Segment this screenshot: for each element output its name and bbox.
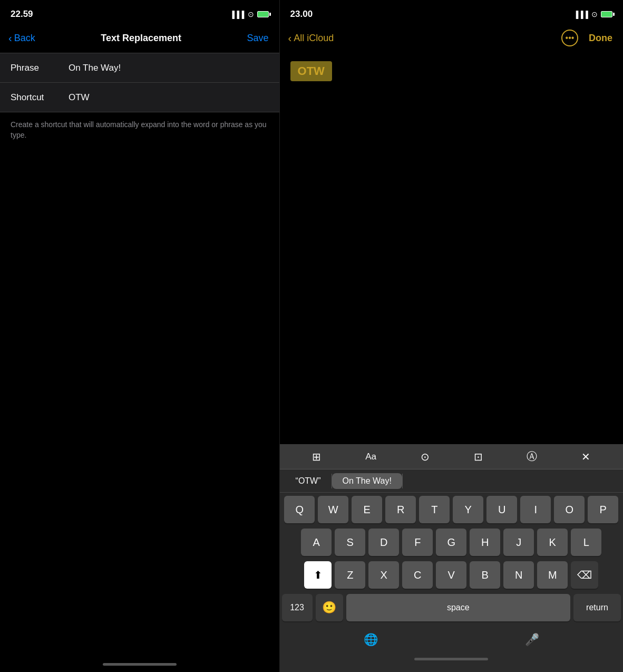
key-a[interactable]: A [301, 529, 332, 556]
phrase-row[interactable]: Phrase On The Way! [0, 53, 279, 83]
battery-icon-left [257, 11, 269, 17]
table-icon[interactable]: ⊞ [312, 450, 321, 463]
key-l[interactable]: L [571, 529, 601, 556]
key-k[interactable]: K [537, 529, 568, 556]
shift-key[interactable]: ⬆ [304, 561, 332, 589]
home-bar-right [414, 658, 488, 660]
emoji-key[interactable]: 🙂 [316, 594, 343, 621]
status-bar-left: 22.59 ▐▐▐ ⊙ [0, 0, 279, 26]
battery-icon-right [601, 11, 612, 17]
page-title: Text Replacement [101, 33, 181, 44]
shortcut-label: Shortcut [11, 92, 69, 103]
key-t[interactable]: T [419, 496, 450, 523]
key-e[interactable]: E [352, 496, 382, 523]
autocomplete-item-2[interactable]: On The Way! [332, 473, 402, 489]
autocomplete-item-1[interactable]: “OTW” [285, 473, 332, 489]
autocomplete-divider-2 [402, 474, 403, 488]
nav-right-icons: ••• Done [561, 30, 612, 46]
time-right: 23.00 [290, 9, 313, 20]
globe-icon[interactable]: 🌐 [364, 633, 378, 647]
ellipsis-icon: ••• [566, 33, 575, 43]
all-icloud-label: All iCloud [294, 33, 334, 44]
signal-icon-left: ▐▐▐ [230, 11, 245, 18]
keyboard-rows: Q W E R T Y U I O P A S D F G H J K [280, 493, 623, 629]
key-s[interactable]: S [335, 529, 365, 556]
back-button[interactable]: ‹ Back [8, 32, 35, 44]
status-icons-right: ▐▐▐ ⊙ [573, 10, 612, 18]
wifi-icon-left: ⊙ [248, 10, 254, 18]
key-row-1: Q W E R T Y U I O P [282, 496, 621, 523]
camera-icon[interactable]: ⊡ [474, 450, 483, 463]
key-i[interactable]: I [520, 496, 551, 523]
key-d[interactable]: D [368, 529, 399, 556]
otw-text: OTW [290, 61, 332, 81]
notes-content: OTW [280, 53, 623, 444]
key-f[interactable]: F [402, 529, 433, 556]
home-indicator-right [280, 651, 623, 667]
key-q[interactable]: Q [284, 496, 315, 523]
space-key[interactable]: space [346, 594, 570, 621]
signal-icon-right: ▐▐▐ [573, 11, 588, 18]
key-row-3: ⬆ Z X C V B N M ⌫ [282, 561, 621, 589]
back-label: Back [14, 33, 35, 44]
bottom-bar: 🌐 🎤 [280, 629, 623, 651]
nav-bar-right: ‹ All iCloud ••• Done [280, 26, 623, 53]
key-r[interactable]: R [385, 496, 416, 523]
key-c[interactable]: C [402, 561, 433, 589]
keyboard-area: ⊞ Aa ⊙ ⊡ Ⓐ ✕ “OTW” On The Way! Q W E R T… [280, 444, 623, 672]
key-j[interactable]: J [503, 529, 534, 556]
hint-text: Create a shortcut that will automaticall… [0, 112, 279, 148]
accessibility-icon[interactable]: Ⓐ [527, 449, 537, 464]
keyboard-toolbar: ⊞ Aa ⊙ ⊡ Ⓐ ✕ [280, 444, 623, 469]
microphone-icon[interactable]: 🎤 [525, 633, 539, 647]
key-u[interactable]: U [486, 496, 517, 523]
left-panel: 22.59 ▐▐▐ ⊙ ‹ Back Text Replacement Save… [0, 0, 279, 672]
key-p[interactable]: P [588, 496, 618, 523]
key-m[interactable]: M [537, 561, 568, 589]
key-row-4: 123 🙂 space return [282, 594, 621, 621]
nav-bar-left: ‹ Back Text Replacement Save [0, 26, 279, 53]
time-left: 22.59 [11, 9, 33, 20]
home-bar-left [103, 663, 177, 666]
key-n[interactable]: N [503, 561, 534, 589]
back-chevron-icon: ‹ [8, 32, 12, 44]
status-bar-right: 23.00 ▐▐▐ ⊙ [280, 0, 623, 26]
close-icon[interactable]: ✕ [581, 450, 590, 463]
right-panel: 23.00 ▐▐▐ ⊙ ‹ All iCloud ••• Done OTW ⊞ … [280, 0, 623, 672]
shortcut-row[interactable]: Shortcut OTW [0, 83, 279, 112]
backspace-key[interactable]: ⌫ [571, 561, 598, 589]
phrase-value: On The Way! [69, 63, 269, 73]
key-y[interactable]: Y [453, 496, 483, 523]
check-circle-icon[interactable]: ⊙ [421, 450, 430, 463]
key-v[interactable]: V [436, 561, 466, 589]
key-w[interactable]: W [318, 496, 348, 523]
done-button[interactable]: Done [589, 33, 612, 44]
key-row-2: A S D F G H J K L [282, 529, 621, 556]
ellipsis-button[interactable]: ••• [561, 30, 578, 46]
status-icons-left: ▐▐▐ ⊙ [230, 10, 269, 18]
key-g[interactable]: G [436, 529, 466, 556]
return-key[interactable]: return [573, 594, 621, 621]
save-button[interactable]: Save [247, 33, 269, 44]
phrase-label: Phrase [11, 63, 69, 73]
key-x[interactable]: X [368, 561, 399, 589]
format-icon[interactable]: Aa [365, 452, 376, 462]
all-icloud-button[interactable]: ‹ All iCloud [288, 32, 334, 44]
back-chevron-right-icon: ‹ [288, 32, 292, 44]
key-o[interactable]: O [554, 496, 585, 523]
shortcut-value: OTW [69, 92, 269, 103]
wifi-icon-right: ⊙ [591, 10, 598, 18]
key-h[interactable]: H [470, 529, 500, 556]
key-z[interactable]: Z [335, 561, 365, 589]
form-section: Phrase On The Way! Shortcut OTW [0, 53, 279, 112]
key-b[interactable]: B [470, 561, 500, 589]
home-indicator-left [0, 656, 279, 672]
numbers-key[interactable]: 123 [282, 594, 313, 621]
autocomplete-row: “OTW” On The Way! [280, 469, 623, 493]
